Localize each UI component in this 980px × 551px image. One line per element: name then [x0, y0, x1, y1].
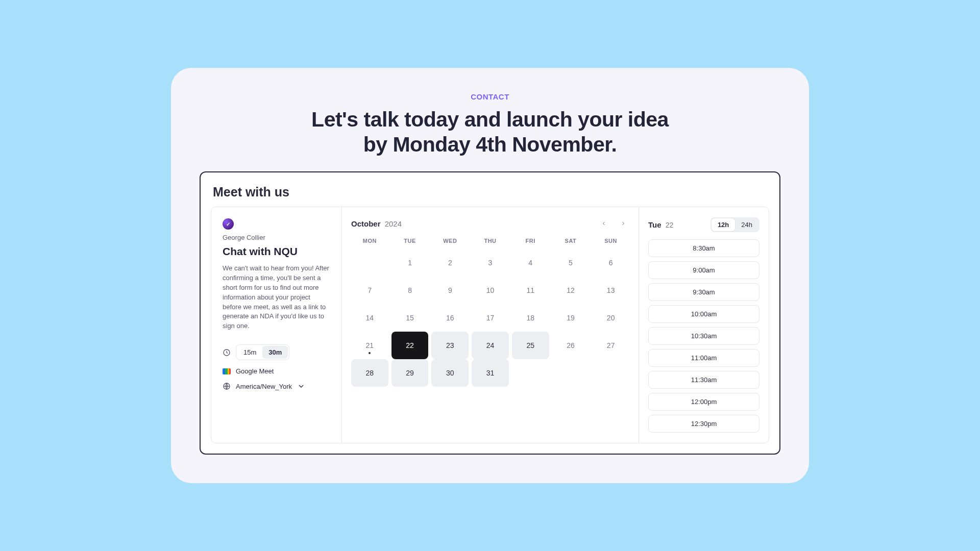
- timezone-label: America/New_York: [236, 383, 292, 390]
- calendar-day-30[interactable]: 30: [431, 359, 469, 387]
- clock-icon: [223, 348, 231, 357]
- headline-line2: by Monday 4th November.: [363, 133, 617, 156]
- calendar-week-row: 14151617181920: [351, 304, 629, 332]
- calendar-year: 2024: [385, 219, 402, 228]
- calendar-column: October 2024 MONTUEWEDTHUFRISATSUN 12345…: [342, 207, 639, 443]
- calendar-dow: TUE: [391, 235, 429, 249]
- selected-day-dow: Tue: [648, 220, 662, 229]
- calendar-week-row: 78910111213: [351, 277, 629, 304]
- calendar-day-14: 14: [351, 304, 388, 332]
- calendar-day-21: 21: [351, 332, 388, 359]
- time-format-option-12h[interactable]: 12h: [712, 218, 735, 231]
- calendar-day-7: 7: [351, 277, 388, 304]
- calendar-header: October 2024: [351, 217, 629, 230]
- booking-panel: Meet with us George Collier Chat with NQ…: [200, 171, 780, 455]
- calendar-dow: WED: [431, 235, 469, 249]
- timeslot[interactable]: 12:00pm: [648, 393, 760, 411]
- calendar-day-empty: [552, 359, 590, 387]
- calendar-grid: 1234567891011121314151617181920212223242…: [351, 249, 629, 387]
- calendar-dow: MON: [351, 235, 388, 249]
- location-row: Google Meet: [223, 367, 330, 375]
- timeslot-header: Tue 22 12h24h: [648, 217, 760, 232]
- next-month-button[interactable]: [617, 217, 629, 230]
- calendar-day-22[interactable]: 22: [391, 332, 429, 359]
- calendar-day-empty: [512, 359, 549, 387]
- calendar-day-9: 9: [431, 277, 469, 304]
- calendar-dow: SUN: [592, 235, 629, 249]
- calendar-day-16: 16: [431, 304, 469, 332]
- time-format-option-24h[interactable]: 24h: [735, 218, 758, 231]
- location-label: Google Meet: [236, 367, 274, 375]
- calendar-day-20: 20: [592, 304, 629, 332]
- host-name: George Collier: [223, 234, 330, 241]
- calendar-day-6: 6: [592, 249, 629, 277]
- calendar-day-1: 1: [391, 249, 429, 277]
- section-eyebrow: CONTACT: [200, 92, 780, 101]
- headline-line1: Let's talk today and launch your idea: [311, 108, 669, 131]
- timeslot[interactable]: 10:30am: [648, 327, 760, 345]
- calendar-day-10: 10: [472, 277, 509, 304]
- duration-segmented: 15m30m: [236, 344, 289, 360]
- calendar-day-17: 17: [472, 304, 509, 332]
- selected-day-label: Tue 22: [648, 220, 673, 229]
- event-description: We can't wait to hear from you! After co…: [223, 264, 330, 331]
- calendar-day-11: 11: [512, 277, 549, 304]
- timeslot[interactable]: 12:30pm: [648, 415, 760, 433]
- panel-title: Meet with us: [213, 185, 769, 199]
- calendar-day-5: 5: [552, 249, 590, 277]
- prev-month-button[interactable]: [598, 217, 610, 230]
- globe-icon: [223, 382, 231, 390]
- duration-option-15m[interactable]: 15m: [237, 346, 262, 359]
- calendar-day-12: 12: [552, 277, 590, 304]
- time-format-segmented: 12h24h: [710, 217, 760, 232]
- calendar-day-empty: [592, 359, 629, 387]
- duration-option-30m[interactable]: 30m: [262, 346, 288, 359]
- calendar-week-row: 21222324252627: [351, 332, 629, 359]
- timeslot-column: Tue 22 12h24h 8:30am9:00am9:30am10:00am1…: [639, 207, 769, 443]
- calendar-nav: [598, 217, 629, 230]
- timeslot[interactable]: 9:00am: [648, 261, 760, 279]
- calendar-dow: THU: [472, 235, 509, 249]
- calendar-month-label: October 2024: [351, 219, 402, 228]
- calendar-day-13: 13: [592, 277, 629, 304]
- calendar-day-25[interactable]: 25: [512, 332, 549, 359]
- host-avatar: [223, 218, 234, 230]
- timeslot[interactable]: 11:00am: [648, 349, 760, 367]
- calendar-day-2: 2: [431, 249, 469, 277]
- calendar-day-27: 27: [592, 332, 629, 359]
- google-meet-icon: [223, 368, 231, 374]
- calendar-day-26: 26: [552, 332, 590, 359]
- calendar-month: October: [351, 219, 381, 228]
- timeslot[interactable]: 8:30am: [648, 239, 760, 257]
- headline: Let's talk today and launch your idea by…: [200, 107, 780, 157]
- calendar-day-28[interactable]: 28: [351, 359, 388, 387]
- timezone-row[interactable]: America/New_York: [223, 382, 330, 390]
- event-title: Chat with NQU: [223, 245, 330, 258]
- selected-day-num: 22: [666, 221, 674, 229]
- calendar-day-18: 18: [512, 304, 549, 332]
- calendar-day-4: 4: [512, 249, 549, 277]
- calendar-day-31[interactable]: 31: [472, 359, 509, 387]
- contact-card: CONTACT Let's talk today and launch your…: [171, 68, 809, 483]
- timeslot-list: 8:30am9:00am9:30am10:00am10:30am11:00am1…: [648, 239, 760, 433]
- calendar-day-23[interactable]: 23: [431, 332, 469, 359]
- calendar-day-8: 8: [391, 277, 429, 304]
- timeslot[interactable]: 11:30am: [648, 371, 760, 389]
- timeslot[interactable]: 9:30am: [648, 283, 760, 301]
- calendar-week-row: 123456: [351, 249, 629, 277]
- calendar-day-29[interactable]: 29: [391, 359, 429, 387]
- timeslot[interactable]: 10:00am: [648, 305, 760, 323]
- calendar-dow: FRI: [512, 235, 549, 249]
- calendar-day-24[interactable]: 24: [472, 332, 509, 359]
- chevron-down-icon: [297, 382, 305, 390]
- calendar-dow: SAT: [552, 235, 590, 249]
- event-details-column: George Collier Chat with NQU We can't wa…: [211, 207, 342, 443]
- calendar-day-3: 3: [472, 249, 509, 277]
- calendar-week-row: 28293031: [351, 359, 629, 387]
- duration-row: 15m30m: [223, 344, 330, 360]
- booking-inner: George Collier Chat with NQU We can't wa…: [211, 207, 769, 443]
- calendar-dow-row: MONTUEWEDTHUFRISATSUN: [351, 235, 629, 249]
- calendar-day-empty: [351, 249, 388, 277]
- calendar-day-19: 19: [552, 304, 590, 332]
- calendar-day-15: 15: [391, 304, 429, 332]
